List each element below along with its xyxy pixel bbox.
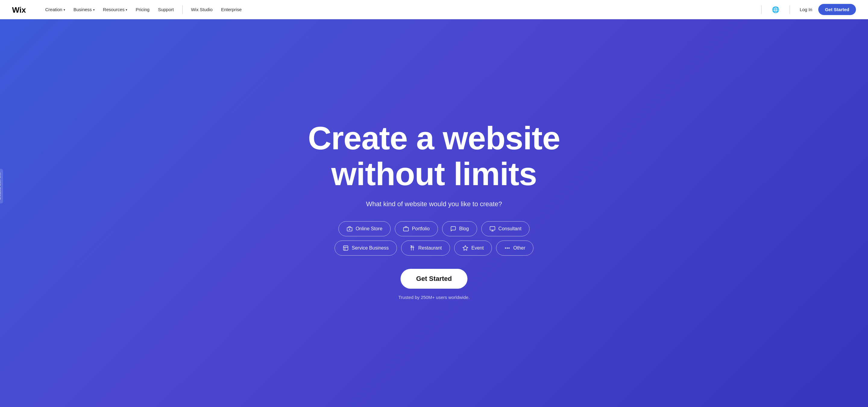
other-icon bbox=[504, 245, 510, 251]
restaurant-icon bbox=[409, 245, 415, 251]
category-label: Restaurant bbox=[418, 245, 442, 251]
blog-icon bbox=[450, 226, 456, 232]
category-online-store[interactable]: Online Store bbox=[338, 221, 391, 236]
online-store-icon bbox=[347, 226, 352, 232]
service-business-icon bbox=[343, 245, 349, 251]
nav-right: 🌐 Log In Get Started bbox=[758, 4, 856, 15]
category-label: Online Store bbox=[355, 226, 382, 232]
portfolio-icon bbox=[403, 226, 409, 232]
category-label: Other bbox=[513, 245, 525, 251]
svg-point-16 bbox=[507, 248, 508, 249]
category-label: Event bbox=[471, 245, 484, 251]
nav-business[interactable]: Business ▾ bbox=[70, 4, 98, 14]
hero-get-started-button[interactable]: Get Started bbox=[401, 269, 468, 289]
svg-rect-8 bbox=[344, 246, 348, 250]
category-grid: Online Store Portfolio Blog bbox=[335, 221, 533, 256]
event-icon bbox=[462, 245, 468, 251]
nav-pricing[interactable]: Pricing bbox=[132, 4, 153, 14]
nav-divider-globe bbox=[789, 5, 790, 14]
login-button[interactable]: Log In bbox=[798, 4, 813, 14]
category-service-business[interactable]: Service Business bbox=[335, 240, 397, 256]
svg-rect-5 bbox=[490, 227, 495, 230]
nav-creation[interactable]: Creation ▾ bbox=[41, 4, 69, 14]
nav-support[interactable]: Support bbox=[154, 4, 178, 14]
hero-section: Create a website without limits What kin… bbox=[0, 19, 868, 407]
consultant-icon bbox=[490, 226, 495, 232]
hero-subtitle: What kind of website would you like to c… bbox=[366, 200, 502, 208]
globe-icon[interactable]: 🌐 bbox=[770, 4, 781, 15]
category-label: Portfolio bbox=[412, 226, 430, 232]
category-portfolio[interactable]: Portfolio bbox=[395, 221, 438, 236]
category-label: Consultant bbox=[498, 226, 522, 232]
chevron-down-icon: ▾ bbox=[64, 8, 65, 11]
nav-wix-studio[interactable]: Wix Studio bbox=[187, 4, 216, 14]
svg-marker-14 bbox=[463, 246, 468, 250]
trust-text: Trusted by 250M+ users worldwide. bbox=[398, 295, 470, 300]
category-label: Service Business bbox=[352, 245, 389, 251]
svg-rect-4 bbox=[404, 228, 409, 231]
category-blog[interactable]: Blog bbox=[442, 221, 477, 236]
nav-divider bbox=[182, 5, 183, 14]
wix-logo[interactable]: Wix bbox=[12, 5, 30, 14]
nav-links: Creation ▾ Business ▾ Resources ▾ Pricin… bbox=[41, 4, 758, 14]
chevron-down-icon: ▾ bbox=[126, 8, 127, 11]
category-row-2: Service Business Restaurant Event bbox=[335, 240, 533, 256]
nav-resources[interactable]: Resources ▾ bbox=[99, 4, 131, 14]
category-consultant[interactable]: Consultant bbox=[481, 221, 530, 236]
category-label: Blog bbox=[459, 226, 469, 232]
svg-point-15 bbox=[505, 248, 506, 249]
chevron-down-icon: ▾ bbox=[93, 8, 95, 11]
category-restaurant[interactable]: Restaurant bbox=[401, 240, 450, 256]
hero-title: Create a website without limits bbox=[299, 121, 569, 192]
category-row-1: Online Store Portfolio Blog bbox=[335, 221, 533, 236]
svg-point-17 bbox=[509, 248, 510, 249]
nav-enterprise[interactable]: Enterprise bbox=[217, 4, 245, 14]
navbar: Wix Creation ▾ Business ▾ Resources ▾ Pr… bbox=[0, 0, 868, 19]
svg-text:Wix: Wix bbox=[12, 5, 26, 14]
nav-get-started-button[interactable]: Get Started bbox=[818, 4, 856, 15]
nav-divider-right bbox=[761, 5, 762, 14]
side-badge: Created with Wix bbox=[0, 169, 3, 203]
category-event[interactable]: Event bbox=[454, 240, 492, 256]
category-other[interactable]: Other bbox=[496, 240, 533, 256]
